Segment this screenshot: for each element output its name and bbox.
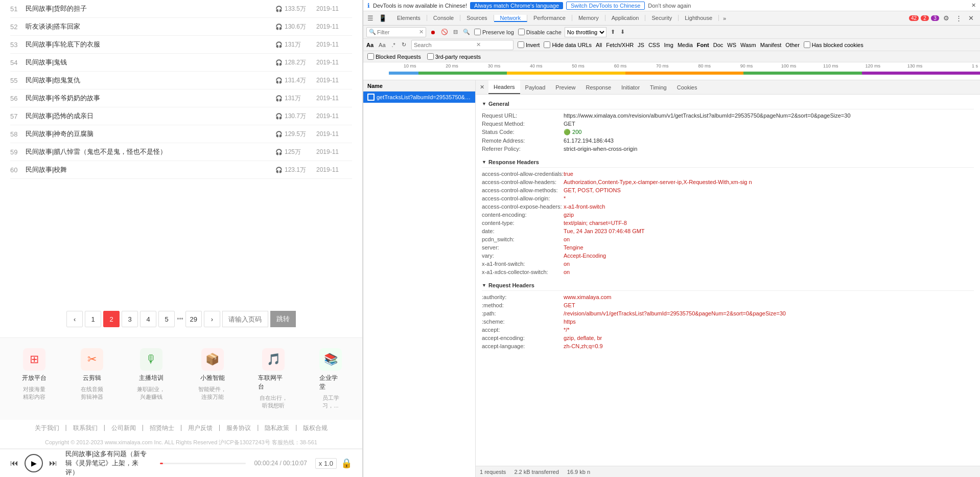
export-btn[interactable]: ⬇ — [619, 29, 626, 35]
doc-filter[interactable]: Doc — [713, 42, 724, 48]
refresh-btn[interactable]: ↻ — [401, 41, 407, 48]
track-title[interactable]: 民间故事|鬼钱 — [26, 58, 275, 67]
match-language-btn[interactable]: Always match Chrome's language — [470, 2, 563, 9]
device-toggle-btn[interactable]: 📱 — [377, 13, 389, 23]
track-title[interactable]: 民间故事|货郎的担子 — [26, 4, 275, 13]
page-4-btn[interactable]: 4 — [140, 311, 156, 327]
footer-item-qiye[interactable]: 📚 企业学堂 员工学习，... — [319, 348, 342, 410]
import-btn[interactable]: ⬆ — [610, 29, 616, 35]
player-progress[interactable] — [160, 463, 246, 464]
news-link[interactable]: 公司新闻 — [111, 424, 136, 433]
footer-item-kaifang[interactable]: ⊞ 开放平台 对接海量精彩内容 — [20, 348, 48, 410]
tab-sources[interactable]: Sources — [460, 15, 494, 21]
lock-icon[interactable]: 🔒 — [341, 458, 352, 469]
copyright-link[interactable]: 版权合规 — [303, 424, 328, 433]
hide-data-urls-label[interactable]: Hide data URLs — [544, 41, 592, 48]
regex-btn[interactable]: .* — [391, 42, 396, 48]
page-2-btn[interactable]: 2 — [103, 311, 120, 327]
has-blocked-cookies-checkbox[interactable] — [804, 41, 810, 48]
disable-cache-label[interactable]: Disable cache — [518, 29, 562, 35]
search-input[interactable] — [377, 29, 418, 35]
track-title[interactable]: 民间故事|爷爷奶奶的故事 — [26, 94, 275, 103]
tab-initiator[interactable]: Initiator — [616, 80, 645, 94]
general-section-header[interactable]: General — [482, 99, 974, 109]
fetch-xhr-filter[interactable]: Fetch/XHR — [606, 42, 634, 48]
page-number-input[interactable] — [222, 311, 268, 327]
about-link[interactable]: 关于我们 — [35, 424, 59, 433]
more-options-btn[interactable]: ⋮ — [953, 13, 964, 23]
page-1-btn[interactable]: 1 — [85, 311, 101, 327]
invert-label[interactable]: Invert — [518, 41, 540, 48]
tab-lighthouse[interactable]: Lighthouse — [679, 15, 719, 21]
clear-btn[interactable]: 🚫 — [440, 29, 449, 35]
footer-item-xiaoya[interactable]: 📦 小雅智能 智能硬件，连接万能 — [197, 348, 228, 410]
hide-data-urls-checkbox[interactable] — [544, 41, 550, 48]
close-devtools-btn[interactable]: ✕ — [966, 13, 976, 23]
tab-elements[interactable]: Elements — [391, 15, 427, 21]
next-page-btn[interactable]: › — [204, 311, 220, 327]
tab-security[interactable]: Security — [645, 15, 679, 21]
footer-item-yuanjianji[interactable]: ✂ 云剪辑 在线音频剪辑神器 — [78, 348, 105, 410]
tab-preview[interactable]: Preview — [550, 80, 580, 94]
more-tabs-btn[interactable]: » — [719, 15, 730, 22]
track-title[interactable]: 民间故事|车轮底下的衣服 — [26, 40, 275, 49]
track-title[interactable]: 民间故事|腊八悼雷（鬼也不是鬼，怪也不是怪） — [26, 147, 275, 156]
close-filter-icon[interactable]: ✕ — [419, 29, 424, 35]
tab-payload[interactable]: Payload — [520, 80, 551, 94]
tab-performance[interactable]: Performance — [527, 15, 572, 21]
track-title[interactable]: 民间故事|神奇的豆腐脑 — [26, 129, 275, 139]
track-title[interactable]: 听友谈谈|搭车回家 — [26, 22, 275, 31]
network-request-item[interactable]: getTracksList?albumId=29535750&page... — [363, 92, 475, 103]
tab-network[interactable]: Network — [494, 15, 527, 22]
blocked-requests-label[interactable]: Blocked Requests — [367, 53, 421, 60]
ws-filter[interactable]: WS — [727, 42, 736, 48]
footer-item-zhubo[interactable]: 🎙 主播培训 兼职副业，兴趣赚钱 — [136, 348, 167, 410]
third-party-label[interactable]: 3rd-party requests — [427, 53, 481, 60]
devtools-menu-btn[interactable]: ☰ — [365, 13, 376, 23]
preserve-log-checkbox[interactable] — [474, 29, 481, 35]
track-title[interactable]: 民间故事|校舞 — [26, 165, 275, 174]
page-5-btn[interactable]: 5 — [158, 311, 175, 327]
preserve-log-label[interactable]: Preserve log — [474, 29, 514, 35]
dontshow-btn[interactable]: Don't show again — [648, 3, 691, 9]
case-sensitive-btn[interactable]: Aa — [378, 42, 386, 48]
tos-link[interactable]: 服务协议 — [226, 424, 251, 433]
track-title[interactable]: 民间故事|恐怖的成亲日 — [26, 111, 275, 121]
tab-console[interactable]: Console — [427, 15, 460, 21]
search-btn[interactable]: 🔍 — [462, 29, 471, 35]
invert-checkbox[interactable] — [518, 41, 524, 48]
notif-close-btn[interactable]: ✕ — [971, 2, 976, 9]
settings-btn[interactable]: ⚙ — [941, 13, 951, 23]
throttle-select[interactable]: No throttling Slow 3G Fast 3G — [565, 27, 606, 37]
record-btn[interactable]: ⏺ — [429, 29, 437, 35]
tab-headers[interactable]: Headers — [488, 80, 520, 94]
tab-memory[interactable]: Memory — [572, 15, 605, 21]
response-headers-section[interactable]: Response Headers — [482, 157, 974, 168]
switch-devtools-btn[interactable]: Switch DevTools to Chinese — [566, 2, 645, 10]
tab-cookies[interactable]: Cookies — [672, 80, 703, 94]
network-search-input[interactable] — [414, 42, 475, 48]
search-close-icon[interactable]: ✕ — [476, 41, 481, 48]
prev-page-btn[interactable]: ‹ — [66, 311, 83, 327]
feedback-link[interactable]: 用户反馈 — [188, 424, 213, 433]
css-filter[interactable]: CSS — [648, 42, 660, 48]
has-blocked-cookies-label[interactable]: Has blocked cookies — [804, 41, 864, 48]
manifest-filter[interactable]: Manifest — [760, 42, 782, 48]
footer-item-chelian[interactable]: 🎵 车联网平台 自在出行，听我想听 — [258, 348, 289, 410]
page-go-btn[interactable]: 跳转 — [270, 311, 296, 327]
recruit-link[interactable]: 招贤纳士 — [150, 424, 174, 433]
play-pause-btn[interactable]: ▶ — [25, 454, 43, 472]
speed-btn[interactable]: x 1.0 — [315, 458, 337, 469]
filter-toggle-btn[interactable]: ⊟ — [452, 29, 459, 35]
privacy-link[interactable]: 隐私政策 — [265, 424, 289, 433]
other-filter[interactable]: Other — [785, 42, 800, 48]
tab-timing[interactable]: Timing — [645, 80, 672, 94]
js-filter[interactable]: JS — [638, 42, 644, 48]
tab-response[interactable]: Response — [580, 80, 616, 94]
page-29-btn[interactable]: 29 — [185, 311, 202, 327]
track-title[interactable]: 民间故事|怨鬼复仇 — [26, 76, 275, 85]
media-filter[interactable]: Media — [678, 42, 693, 48]
next-track-btn[interactable]: ⏭ — [49, 459, 57, 468]
page-3-btn[interactable]: 3 — [122, 311, 138, 327]
details-close-x[interactable]: ✕ — [476, 80, 488, 94]
